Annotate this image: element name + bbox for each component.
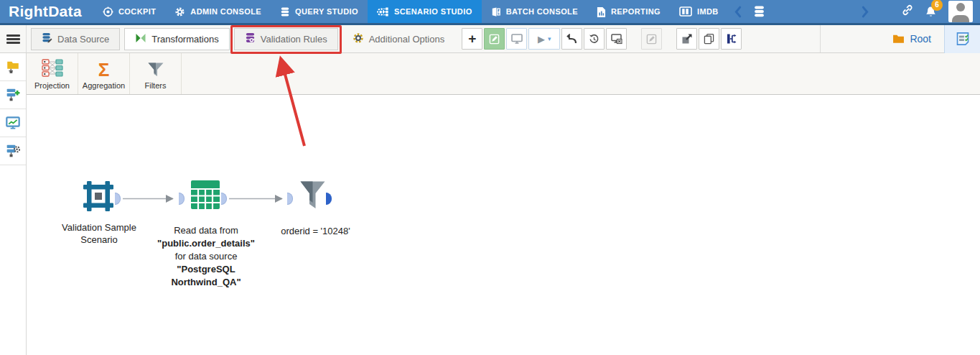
cockpit-icon	[103, 6, 113, 17]
nav-reporting[interactable]: REPORTING	[587, 0, 670, 23]
node2-output-port[interactable]	[221, 193, 227, 205]
filter-funnel-icon	[147, 62, 164, 78]
validation-rules-db-icon	[245, 32, 256, 45]
nav-cockpit[interactable]: COCKPIT	[93, 0, 165, 23]
scenario-studio-icon	[377, 6, 389, 17]
checklist-note-icon	[956, 32, 970, 46]
nav-batch-console[interactable]: BATCH CONSOLE	[482, 0, 587, 23]
root-folder-selector[interactable]: Root	[821, 33, 944, 45]
root-label: Root	[910, 33, 931, 45]
filter-node-icon[interactable]	[299, 180, 326, 210]
edit-icon	[646, 34, 657, 45]
nav-admin-console[interactable]: ADMIN CONSOLE	[165, 0, 271, 23]
open-external-button[interactable]	[676, 28, 697, 50]
palette-label: Filters	[145, 81, 167, 90]
toolbar-buttons: + ▶▾	[462, 28, 742, 50]
sidebar-scenario-settings-button[interactable]	[0, 137, 26, 165]
flow-canvas[interactable]: Validation Sample Scenario Read data fro…	[27, 95, 980, 354]
scenario-content: Projection Σ Aggregation Filters	[27, 53, 980, 355]
palette-projection[interactable]: Projection	[27, 53, 78, 94]
chevron-right-icon[interactable]	[856, 0, 875, 23]
notifications-bell[interactable]: 6	[925, 6, 937, 18]
options-gear-icon	[353, 32, 364, 46]
reporting-icon	[597, 6, 606, 17]
add-button[interactable]: +	[462, 28, 482, 50]
node2-label: Read data from "public.order_details" fo…	[143, 224, 269, 289]
edit-icon	[489, 34, 500, 45]
avatar-head	[956, 3, 965, 11]
sigma-icon: Σ	[98, 62, 110, 78]
projection-icon	[41, 58, 64, 78]
node3-output-port[interactable]	[326, 193, 332, 205]
database-stack-icon[interactable]	[747, 0, 771, 23]
copy-button[interactable]	[699, 28, 719, 50]
tab-label: Additional Options	[369, 34, 445, 45]
external-link-icon	[681, 33, 693, 45]
app-logo[interactable]: RightData	[0, 0, 93, 23]
folder-icon	[892, 34, 905, 44]
nav-imdb[interactable]: IMDB	[670, 0, 728, 23]
nav-label: BATCH CONSOLE	[506, 7, 578, 16]
screen-results-icon	[611, 34, 622, 45]
scenario-toolbar: Data Source Transformations Validation R…	[0, 25, 980, 53]
read-table-node-icon[interactable]	[190, 180, 220, 210]
palette-aggregation[interactable]: Σ Aggregation	[78, 53, 130, 94]
link-icon[interactable]	[902, 4, 913, 19]
run-button[interactable]: ▶▾	[528, 28, 560, 50]
chart-monitor-icon	[6, 116, 20, 129]
validation-summary-button[interactable]	[944, 25, 980, 53]
node3-input-port[interactable]	[287, 193, 293, 205]
gear-icon	[174, 6, 185, 17]
node1-label: Validation Sample Scenario	[48, 221, 150, 246]
tab-validation-rules[interactable]: Validation Rules	[234, 28, 338, 50]
tab-label: Data Source	[57, 34, 109, 45]
edit-disabled-button	[641, 28, 662, 50]
nav-label: SCENARIO STUDIO	[394, 7, 472, 16]
node1-output-port[interactable]	[115, 193, 121, 205]
tab-data-source[interactable]: Data Source	[31, 28, 120, 50]
copy-icon	[704, 33, 714, 45]
sidebar-results-chart-button[interactable]	[0, 109, 26, 137]
batch-console-icon	[491, 6, 501, 17]
tree-branch-icon	[726, 33, 737, 45]
transformations-icon	[135, 33, 146, 45]
run-dropdown-caret-icon[interactable]: ▾	[548, 35, 551, 42]
nav-label: QUERY STUDIO	[295, 7, 358, 16]
chevron-left-icon[interactable]	[728, 0, 747, 23]
sidebar-add-scenario-button[interactable]	[0, 81, 26, 109]
server-gear-icon	[6, 144, 20, 158]
tab-additional-options[interactable]: Additional Options	[342, 28, 455, 50]
nav-label: COCKPIT	[118, 7, 156, 16]
main-area: Projection Σ Aggregation Filters	[0, 53, 980, 355]
top-navigation-bar: RightData COCKPIT ADMIN CONSOLE QUERY ST…	[0, 0, 980, 25]
transformation-palette: Projection Σ Aggregation Filters	[27, 53, 980, 95]
preview-button[interactable]	[506, 28, 527, 50]
hamburger-icon	[6, 34, 20, 44]
history-button[interactable]	[584, 28, 605, 50]
tab-transformations[interactable]: Transformations	[124, 28, 229, 50]
monitor-icon	[511, 34, 523, 44]
database-icon	[280, 6, 290, 17]
tab-label: Validation Rules	[261, 34, 327, 45]
palette-label: Projection	[34, 81, 70, 90]
notification-badge: 6	[931, 0, 943, 11]
nav-label: REPORTING	[611, 7, 661, 16]
edit-button[interactable]	[484, 28, 505, 50]
undo-button[interactable]	[561, 28, 582, 50]
scenario-node-icon[interactable]	[83, 180, 114, 212]
nav-query-studio[interactable]: QUERY STUDIO	[271, 0, 368, 23]
user-avatar[interactable]	[948, 1, 973, 22]
nav-scenario-studio[interactable]: SCENARIO STUDIO	[368, 0, 482, 23]
palette-filters[interactable]: Filters	[130, 53, 182, 94]
data-source-db-icon	[42, 32, 52, 45]
sidebar-open-scenario-button[interactable]	[0, 53, 26, 81]
nav-label: IMDB	[697, 7, 719, 16]
palette-label: Aggregation	[83, 81, 125, 90]
lineage-tree-button[interactable]	[721, 28, 742, 50]
menu-toggle-button[interactable]	[0, 25, 27, 52]
server-plus-icon	[6, 88, 20, 102]
toolbar-right-cluster: Root	[820, 25, 980, 52]
history-icon	[589, 34, 599, 45]
execution-results-button[interactable]	[606, 28, 627, 50]
node2-input-port[interactable]	[179, 193, 185, 205]
